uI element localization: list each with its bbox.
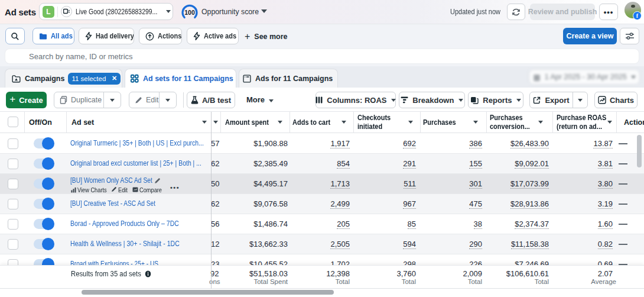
svg-text:100: 100 (184, 9, 195, 16)
